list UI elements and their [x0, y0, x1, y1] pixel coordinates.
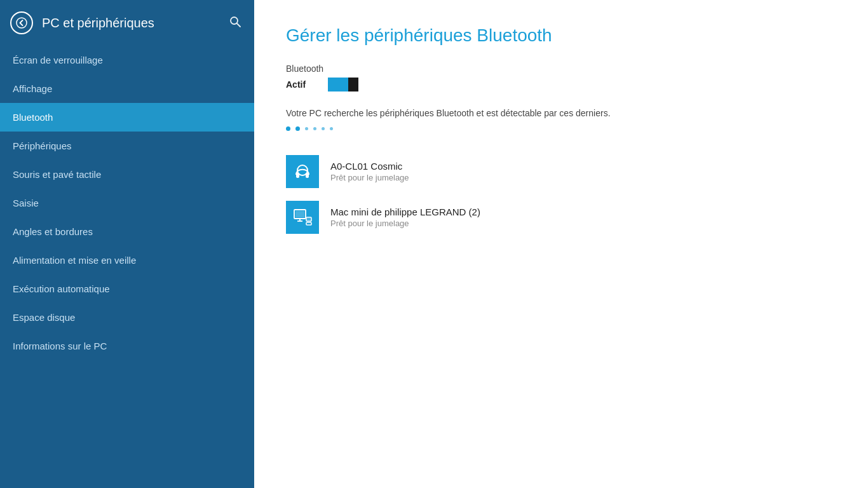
sidebar-item-peripheriques[interactable]: Périphériques [0, 132, 254, 160]
sidebar-item-souris[interactable]: Souris et pavé tactile [0, 160, 254, 189]
search-icon[interactable] [229, 15, 241, 31]
bluetooth-toggle[interactable] [328, 78, 369, 92]
device-item-2[interactable]: Mac mini de philippe LEGRAND (2) Prêt po… [286, 194, 836, 240]
main-content: Gérer les périphériques Bluetooth Blueto… [254, 0, 868, 488]
bluetooth-toggle-row: Actif [286, 78, 836, 92]
device-status-2: Prêt pour le jumelage [330, 219, 480, 228]
toggle-state-label: Actif [286, 79, 318, 90]
device-item-1[interactable]: A0-CL01 Cosmic Prêt pour le jumelage [286, 149, 836, 194]
dot-5 [322, 127, 325, 130]
svg-point-1 [231, 17, 238, 24]
sidebar-item-ecran[interactable]: Écran de verrouillage [0, 46, 254, 74]
svg-rect-12 [306, 222, 311, 225]
device-list: A0-CL01 Cosmic Prêt pour le jumelage [286, 149, 836, 240]
device-info-2: Mac mini de philippe LEGRAND (2) Prêt po… [330, 207, 480, 228]
sidebar-item-execution[interactable]: Exécution automatique [0, 274, 254, 303]
sidebar-item-alimentation[interactable]: Alimentation et mise en veille [0, 246, 254, 274]
device-name-1: A0-CL01 Cosmic [330, 161, 409, 172]
bluetooth-section-label: Bluetooth [286, 64, 836, 74]
dot-4 [313, 127, 316, 130]
dot-2 [295, 126, 300, 131]
sidebar-item-informations[interactable]: Informations sur le PC [0, 332, 254, 360]
page-title: Gérer les périphériques Bluetooth [286, 25, 836, 46]
device-status-1: Prêt pour le jumelage [330, 173, 409, 182]
scanning-dots [286, 126, 836, 131]
sidebar-item-angles[interactable]: Angles et bordures [0, 217, 254, 246]
dot-1 [286, 126, 290, 131]
device-icon-headset [286, 155, 319, 188]
dot-6 [330, 127, 333, 130]
device-name-2: Mac mini de philippe LEGRAND (2) [330, 207, 480, 217]
sidebar-item-saisie[interactable]: Saisie [0, 189, 254, 217]
dot-3 [305, 127, 308, 130]
searching-text: Votre PC recherche les périphériques Blu… [286, 107, 667, 120]
sidebar-item-espace[interactable]: Espace disque [0, 303, 254, 332]
sidebar-item-bluetooth[interactable]: Bluetooth [0, 103, 254, 132]
back-button[interactable] [10, 11, 33, 34]
svg-point-0 [17, 18, 27, 28]
sidebar-nav: Écran de verrouillage Affichage Bluetoot… [0, 46, 254, 488]
toggle-thumb [348, 78, 358, 92]
svg-rect-7 [295, 211, 304, 217]
svg-line-2 [237, 24, 240, 27]
sidebar: PC et périphériques Écran de verrouillag… [0, 0, 254, 488]
sidebar-header: PC et périphériques [0, 0, 254, 46]
device-info-1: A0-CL01 Cosmic Prêt pour le jumelage [330, 161, 409, 182]
device-icon-computer [286, 201, 319, 234]
svg-rect-11 [307, 218, 311, 220]
sidebar-item-affichage[interactable]: Affichage [0, 74, 254, 103]
toggle-track [328, 78, 358, 92]
sidebar-title: PC et périphériques [42, 16, 220, 30]
